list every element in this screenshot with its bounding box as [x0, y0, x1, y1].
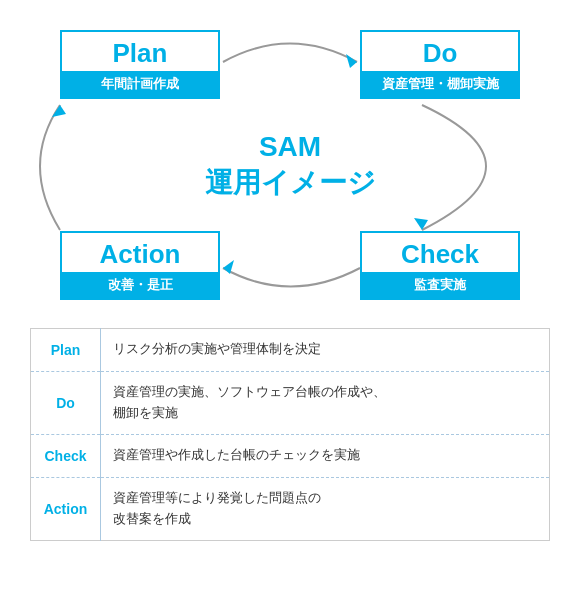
plan-sub: 年間計画作成	[62, 71, 218, 97]
plan-title: Plan	[62, 32, 218, 71]
check-title: Check	[362, 233, 518, 272]
action-title: Action	[62, 233, 218, 272]
row-desc: 資産管理等により発覚した問題点の改替案を作成	[101, 478, 550, 541]
row-label: Check	[31, 434, 101, 477]
table-row: Do資産管理の実施、ソフトウェア台帳の作成や、棚卸を実施	[31, 372, 550, 435]
row-desc: 資産管理や作成した台帳のチェックを実施	[101, 434, 550, 477]
do-sub: 資産管理・棚卸実施	[362, 71, 518, 97]
table-row: Planリスク分析の実施や管理体制を決定	[31, 329, 550, 372]
svg-marker-2	[223, 260, 234, 274]
table-row: Check資産管理や作成した台帳のチェックを実施	[31, 434, 550, 477]
action-sub: 改善・是正	[62, 272, 218, 298]
action-box: Action 改善・是正	[60, 231, 220, 300]
plan-box: Plan 年間計画作成	[60, 30, 220, 99]
info-table: Planリスク分析の実施や管理体制を決定Do資産管理の実施、ソフトウェア台帳の作…	[30, 328, 550, 541]
center-label: SAM 運用イメージ	[205, 129, 376, 202]
svg-marker-3	[52, 105, 66, 117]
check-sub: 監査実施	[362, 272, 518, 298]
do-box: Do 資産管理・棚卸実施	[360, 30, 520, 99]
do-title: Do	[362, 32, 518, 71]
svg-marker-0	[346, 54, 357, 68]
svg-marker-1	[414, 218, 428, 230]
check-box: Check 監査実施	[360, 231, 520, 300]
row-label: Action	[31, 478, 101, 541]
table-row: Action資産管理等により発覚した問題点の改替案を作成	[31, 478, 550, 541]
row-desc: リスク分析の実施や管理体制を決定	[101, 329, 550, 372]
row-label: Plan	[31, 329, 101, 372]
row-desc: 資産管理の実施、ソフトウェア台帳の作成や、棚卸を実施	[101, 372, 550, 435]
cycle-diagram: Plan 年間計画作成 Do 資産管理・棚卸実施 Action 改善・是正 Ch…	[30, 20, 550, 310]
row-label: Do	[31, 372, 101, 435]
